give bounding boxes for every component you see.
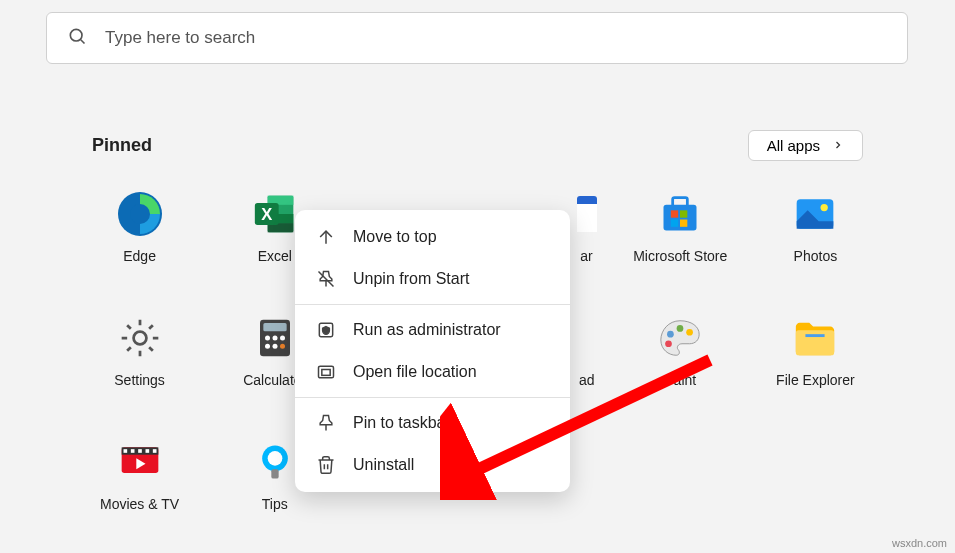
- svg-rect-50: [319, 366, 334, 378]
- app-label: File Explorer: [776, 372, 855, 388]
- svg-rect-33: [796, 330, 834, 355]
- svg-point-20: [133, 332, 146, 345]
- watermark: wsxdn.com: [892, 537, 947, 549]
- svg-point-30: [677, 325, 684, 332]
- svg-line-1: [81, 40, 85, 44]
- app-edge[interactable]: Edge: [72, 190, 207, 264]
- menu-label: Pin to taskbar: [353, 414, 451, 432]
- app-label: Paint: [664, 372, 696, 388]
- app-microsoft-store[interactable]: Microsoft Store: [613, 190, 748, 264]
- folder-icon: [315, 361, 337, 383]
- store-icon: [656, 190, 704, 238]
- app-label: Movies & TV: [100, 496, 179, 512]
- photos-icon: [791, 190, 839, 238]
- menu-label: Run as administrator: [353, 321, 501, 339]
- svg-point-3: [130, 204, 150, 224]
- edge-icon: [116, 190, 164, 238]
- arrow-up-icon: [315, 226, 337, 248]
- svg-rect-11: [577, 204, 597, 232]
- menu-label: Uninstall: [353, 456, 414, 474]
- svg-rect-39: [138, 449, 142, 453]
- all-apps-label: All apps: [767, 137, 820, 154]
- app-photos[interactable]: Photos: [748, 190, 883, 264]
- app-label: Edge: [123, 248, 156, 264]
- app-paint[interactable]: Paint: [613, 314, 748, 388]
- menu-unpin-from-start[interactable]: Unpin from Start: [295, 258, 570, 300]
- app-label: Microsoft Store: [633, 248, 727, 264]
- app-settings[interactable]: Settings: [72, 314, 207, 388]
- shield-icon: [315, 319, 337, 341]
- svg-point-32: [665, 340, 672, 347]
- svg-rect-38: [130, 449, 134, 453]
- app-label: ar: [580, 248, 592, 264]
- all-apps-button[interactable]: All apps: [748, 130, 863, 161]
- svg-rect-17: [680, 220, 687, 227]
- menu-pin-to-taskbar[interactable]: Pin to taskbar: [295, 402, 570, 444]
- file-explorer-icon: [791, 314, 839, 362]
- svg-point-31: [686, 329, 693, 336]
- tips-icon: [251, 438, 299, 486]
- settings-icon: [116, 314, 164, 362]
- svg-rect-16: [671, 220, 678, 227]
- menu-label: Move to top: [353, 228, 437, 246]
- app-label: Tips: [262, 496, 288, 512]
- app-file-explorer[interactable]: File Explorer: [748, 314, 883, 388]
- svg-rect-13: [673, 198, 688, 207]
- svg-rect-45: [271, 469, 278, 478]
- menu-label: Open file location: [353, 363, 477, 381]
- svg-text:X: X: [261, 205, 272, 223]
- paint-icon: [656, 314, 704, 362]
- trash-icon: [315, 454, 337, 476]
- menu-label: Unpin from Start: [353, 270, 469, 288]
- svg-point-23: [265, 336, 270, 341]
- unpin-icon: [315, 268, 337, 290]
- svg-point-29: [667, 331, 674, 338]
- movies-tv-icon: [116, 438, 164, 486]
- pin-icon: [315, 412, 337, 434]
- svg-point-27: [272, 344, 277, 349]
- app-label: Excel: [258, 248, 292, 264]
- search-bar[interactable]: [46, 12, 908, 64]
- app-label: ad: [579, 372, 595, 388]
- svg-rect-37: [123, 449, 127, 453]
- menu-open-file-location[interactable]: Open file location: [295, 351, 570, 393]
- svg-rect-14: [671, 210, 678, 217]
- svg-rect-41: [152, 449, 156, 453]
- svg-rect-22: [263, 323, 286, 331]
- chevron-right-icon: [832, 137, 844, 154]
- svg-rect-40: [145, 449, 149, 453]
- svg-rect-34: [806, 334, 825, 337]
- pinned-title: Pinned: [92, 135, 152, 156]
- menu-uninstall[interactable]: Uninstall: [295, 444, 570, 486]
- calculator-icon: [251, 314, 299, 362]
- menu-run-as-administrator[interactable]: Run as administrator: [295, 309, 570, 351]
- svg-point-24: [272, 336, 277, 341]
- context-menu: Move to top Unpin from Start Run as admi…: [295, 210, 570, 492]
- calendar-icon: [577, 190, 597, 238]
- app-movies-tv[interactable]: Movies & TV: [72, 438, 207, 512]
- svg-rect-51: [322, 370, 330, 376]
- app-label: Photos: [794, 248, 838, 264]
- svg-point-0: [70, 29, 82, 41]
- svg-point-26: [265, 344, 270, 349]
- search-input[interactable]: [105, 28, 887, 48]
- menu-divider: [295, 304, 570, 305]
- search-icon: [67, 26, 87, 50]
- svg-rect-15: [680, 210, 687, 217]
- menu-divider: [295, 397, 570, 398]
- excel-icon: X: [251, 190, 299, 238]
- svg-point-25: [280, 336, 285, 341]
- svg-point-19: [821, 204, 828, 211]
- menu-move-to-top[interactable]: Move to top: [295, 216, 570, 258]
- app-label: Settings: [114, 372, 165, 388]
- svg-point-28: [280, 344, 285, 349]
- svg-point-44: [267, 451, 282, 466]
